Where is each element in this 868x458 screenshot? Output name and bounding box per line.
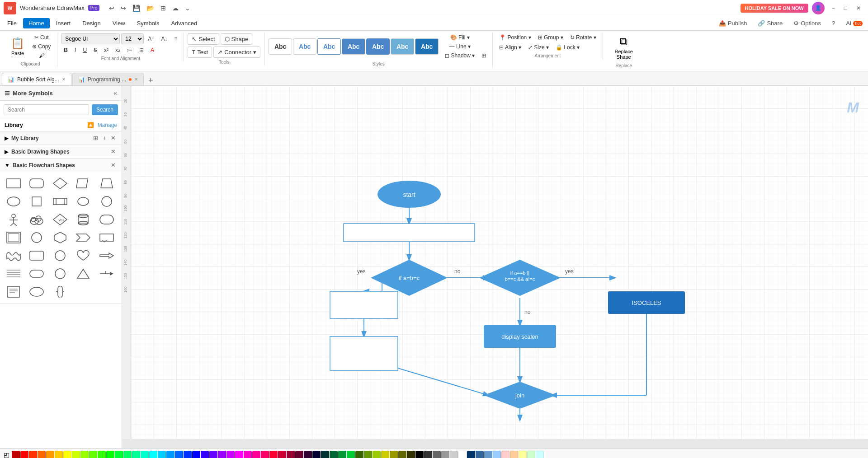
color-swatch[interactable] bbox=[501, 451, 509, 458]
shape-hexagon[interactable] bbox=[50, 229, 70, 246]
color-swatch[interactable] bbox=[415, 451, 424, 458]
search-input[interactable] bbox=[4, 104, 89, 115]
shape-rect[interactable] bbox=[4, 175, 24, 192]
decrease-font-button[interactable]: A↓ bbox=[158, 35, 170, 43]
my-library-header[interactable]: ▶ My Library ⊞ + ✕ bbox=[0, 131, 122, 145]
basic-drawing-header[interactable]: ▶ Basic Drawing Shapes ✕ bbox=[0, 145, 122, 158]
color-swatch[interactable] bbox=[209, 451, 217, 458]
shape-flow-arrow[interactable] bbox=[97, 266, 117, 282]
color-swatch[interactable] bbox=[312, 451, 321, 458]
shape-lines[interactable] bbox=[4, 266, 24, 282]
color-swatch[interactable] bbox=[373, 451, 381, 458]
color-swatch[interactable] bbox=[192, 451, 200, 458]
ai-button[interactable]: AI hot bbox=[842, 18, 866, 28]
color-swatch[interactable] bbox=[355, 451, 363, 458]
shape-circle[interactable] bbox=[97, 193, 117, 210]
color-swatch[interactable] bbox=[261, 451, 269, 458]
text-color-button[interactable]: A bbox=[148, 46, 157, 54]
menu-symbols[interactable]: Symbols bbox=[132, 18, 165, 28]
shape-heart[interactable] bbox=[73, 248, 93, 264]
my-library-add-button[interactable]: + bbox=[101, 134, 108, 142]
select-button[interactable]: ↖ Select bbox=[188, 33, 219, 45]
tab-programming[interactable]: 📊 Programming ... ✕ bbox=[72, 73, 144, 85]
shape-frame[interactable] bbox=[4, 229, 24, 246]
menu-insert[interactable]: Insert bbox=[51, 18, 76, 28]
color-swatch[interactable] bbox=[269, 451, 278, 458]
color-swatch[interactable] bbox=[12, 451, 20, 458]
color-swatch[interactable] bbox=[450, 451, 458, 458]
close-tab-2[interactable]: ✕ bbox=[134, 77, 138, 82]
shape-cylinder[interactable] bbox=[73, 211, 93, 228]
style-abc-5[interactable]: Abc bbox=[366, 38, 390, 55]
shape-circle2[interactable] bbox=[27, 229, 47, 246]
add-tab-button[interactable]: + bbox=[145, 76, 157, 85]
shape-process[interactable] bbox=[50, 193, 70, 210]
color-swatch[interactable] bbox=[381, 451, 389, 458]
color-swatch[interactable] bbox=[519, 451, 527, 458]
color-swatch[interactable] bbox=[398, 451, 406, 458]
shape-diamond[interactable] bbox=[50, 175, 70, 192]
copy-button[interactable]: ⊕ Copy bbox=[29, 42, 53, 51]
subscript-button[interactable]: x₂ bbox=[113, 46, 123, 54]
shape-brace[interactable] bbox=[50, 284, 70, 300]
options-button[interactable]: ⚙ Options bbox=[790, 18, 825, 28]
color-swatch[interactable] bbox=[166, 451, 175, 458]
superscript-button[interactable]: x² bbox=[101, 46, 111, 54]
color-swatch[interactable] bbox=[364, 451, 372, 458]
lock-button[interactable]: 🔒 Lock ▾ bbox=[553, 43, 582, 51]
color-swatch[interactable] bbox=[106, 451, 114, 458]
color-swatch[interactable] bbox=[330, 451, 338, 458]
paste-button[interactable]: 📋 Paste bbox=[7, 35, 28, 58]
shape-wave[interactable] bbox=[97, 229, 117, 246]
shape-square[interactable] bbox=[27, 193, 47, 210]
list-button[interactable]: ≔ bbox=[124, 46, 135, 54]
color-swatch[interactable] bbox=[287, 451, 295, 458]
align-button[interactable]: ≡ bbox=[171, 35, 180, 43]
color-swatch[interactable] bbox=[141, 451, 149, 458]
strikethrough-button[interactable]: S̶ bbox=[91, 46, 100, 54]
color-swatch[interactable] bbox=[201, 451, 209, 458]
color-swatch[interactable] bbox=[493, 451, 501, 458]
close-button[interactable]: ✕ bbox=[853, 4, 864, 12]
color-swatch[interactable] bbox=[158, 451, 166, 458]
color-swatch[interactable] bbox=[98, 451, 106, 458]
library-expand-icon[interactable]: 🔼 bbox=[87, 122, 94, 128]
italic-button[interactable]: I bbox=[72, 46, 79, 54]
style-abc-6[interactable]: Abc bbox=[391, 38, 414, 55]
rotate-button[interactable]: ↻ Rotate ▾ bbox=[567, 33, 599, 42]
shape-triangle[interactable] bbox=[73, 266, 93, 282]
shape-ellipse[interactable] bbox=[4, 193, 24, 210]
group-button[interactable]: ⊞ Group ▾ bbox=[535, 33, 566, 42]
shape-rounded3[interactable] bbox=[27, 266, 47, 282]
minimize-button[interactable]: − bbox=[828, 4, 839, 12]
style-abc-4[interactable]: Abc bbox=[342, 38, 365, 55]
share-button[interactable]: 🔗 Share bbox=[754, 18, 786, 28]
color-swatch[interactable] bbox=[527, 451, 535, 458]
text-button[interactable]: T Text bbox=[188, 47, 212, 58]
color-swatch[interactable] bbox=[484, 451, 492, 458]
style-abc-7[interactable]: Abc bbox=[415, 38, 439, 55]
color-swatch[interactable] bbox=[278, 451, 286, 458]
color-swatch[interactable] bbox=[321, 451, 329, 458]
cut-button[interactable]: ✂ Cut bbox=[29, 33, 53, 42]
color-swatch[interactable] bbox=[175, 451, 183, 458]
bold-button[interactable]: B bbox=[61, 46, 71, 54]
shape-rounded4[interactable] bbox=[27, 284, 47, 300]
color-swatch[interactable] bbox=[407, 451, 415, 458]
shape-decision[interactable]: Yes bbox=[50, 211, 70, 228]
my-library-grid-button[interactable]: ⊞ bbox=[92, 134, 99, 142]
cloud-button[interactable]: ☁ bbox=[170, 3, 181, 13]
color-swatch[interactable] bbox=[347, 451, 355, 458]
color-swatch[interactable] bbox=[338, 451, 346, 458]
color-swatch[interactable] bbox=[55, 451, 63, 458]
tab-bubble-sort[interactable]: 📊 Bubble Sort Alg... ✕ bbox=[2, 73, 71, 85]
shape-arrow[interactable] bbox=[97, 248, 117, 264]
basic-drawing-close-button[interactable]: ✕ bbox=[109, 148, 117, 155]
canvas-area[interactable]: -10010 203040 506070 8090100 110120130 1… bbox=[122, 86, 868, 448]
underline-button[interactable]: U bbox=[80, 46, 90, 54]
color-swatch[interactable] bbox=[29, 451, 37, 458]
fill-button[interactable]: 🎨 Fill ▾ bbox=[442, 33, 477, 42]
color-swatch[interactable] bbox=[184, 451, 192, 458]
line-button[interactable]: — Line ▾ bbox=[442, 42, 477, 51]
shape-oval[interactable] bbox=[73, 193, 93, 210]
